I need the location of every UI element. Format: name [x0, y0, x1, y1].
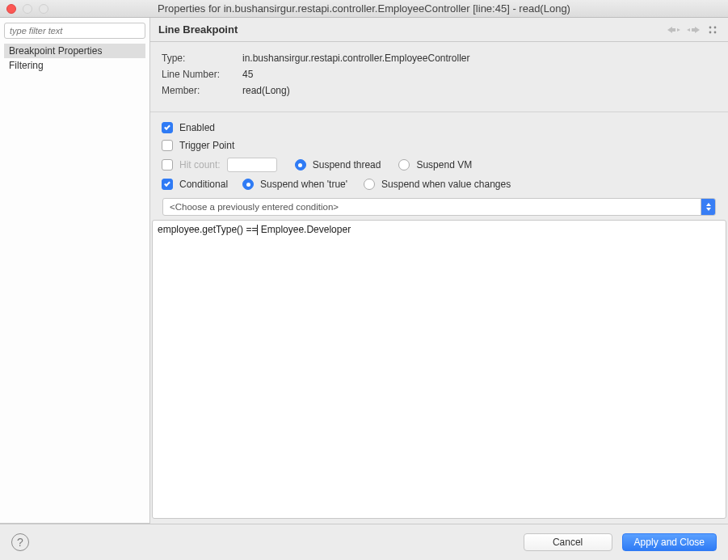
close-window-button[interactable]: [6, 4, 16, 14]
help-button[interactable]: ?: [11, 533, 29, 551]
sidebar-item-filtering[interactable]: Filtering: [4, 58, 145, 73]
window-titlebar: Properties for in.bushansirgur.restapi.c…: [0, 0, 728, 18]
properties-sidebar: Breakpoint Properties Filtering: [0, 18, 150, 524]
condition-history-value: <Choose a previously entered condition>: [163, 202, 701, 212]
conditional-label: Conditional: [179, 179, 228, 190]
suspend-change-radio[interactable]: [364, 179, 375, 190]
sidebar-item-breakpoint-properties[interactable]: Breakpoint Properties: [4, 44, 145, 58]
suspend-vm-label: Suspend VM: [416, 159, 472, 171]
suspend-thread-radio[interactable]: [295, 159, 306, 171]
svg-point-1: [714, 26, 717, 28]
filter-input[interactable]: [4, 23, 145, 39]
combo-stepper-icon: [701, 199, 715, 215]
svg-point-3: [714, 31, 717, 33]
line-number-value: 45: [242, 66, 253, 82]
member-value: read(Long): [242, 82, 290, 99]
trigger-point-label: Trigger Point: [179, 140, 234, 151]
svg-point-2: [709, 31, 712, 33]
suspend-vm-radio[interactable]: [398, 159, 410, 171]
condition-code-pre: employee.getType() ==: [158, 224, 257, 235]
hit-count-input[interactable]: [227, 158, 277, 172]
page-title: Line Breakpoint: [158, 23, 667, 36]
member-label: Member:: [162, 82, 234, 99]
suspend-change-label: Suspend when value changes: [381, 179, 511, 190]
minimize-window-button[interactable]: [23, 4, 32, 14]
dialog-footer: ? Cancel Apply and Close: [0, 524, 728, 560]
content-header: Line Breakpoint: [150, 18, 728, 42]
view-menu-button[interactable]: [705, 23, 720, 37]
suspend-thread-label: Suspend thread: [313, 159, 381, 171]
type-value: in.bushansirgur.restapi.controller.Emplo…: [242, 50, 469, 66]
enabled-checkbox[interactable]: [162, 122, 173, 133]
hit-count-checkbox[interactable]: [162, 159, 173, 171]
zoom-window-button[interactable]: [39, 4, 48, 14]
nav-forward-button[interactable]: [686, 23, 701, 37]
apply-and-close-button[interactable]: Apply and Close: [622, 533, 717, 551]
suspend-true-radio[interactable]: [242, 179, 254, 190]
condition-history-combo[interactable]: <Choose a previously entered condition>: [162, 198, 716, 216]
condition-code-post: Employee.Developer: [258, 224, 351, 235]
cancel-button[interactable]: Cancel: [524, 533, 612, 551]
type-label: Type:: [162, 50, 234, 66]
trigger-point-checkbox[interactable]: [162, 140, 173, 151]
svg-point-0: [709, 26, 712, 28]
nav-back-button[interactable]: [667, 23, 681, 37]
breakpoint-properties-table: Type: in.bushansirgur.restapi.controller…: [150, 42, 728, 112]
enabled-label: Enabled: [179, 122, 215, 133]
line-number-label: Line Number:: [162, 66, 234, 82]
window-title: Properties for in.bushansirgur.restapi.c…: [6, 2, 722, 15]
suspend-true-label: Suspend when 'true': [260, 179, 347, 190]
window-controls: [6, 4, 48, 14]
conditional-checkbox[interactable]: [162, 179, 173, 190]
content-panel: Line Breakpoint: [150, 18, 728, 524]
hit-count-label: Hit count:: [179, 159, 221, 171]
condition-code-input[interactable]: employee.getType() == Employee.Developer: [152, 220, 726, 519]
